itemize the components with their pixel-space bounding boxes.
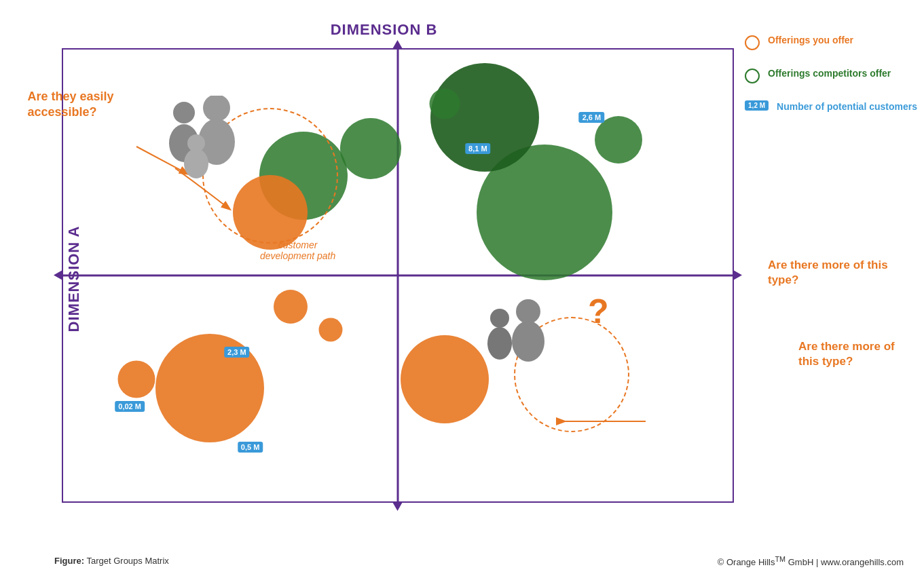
svg-point-9 <box>512 321 544 362</box>
question-mark: ? <box>588 292 609 331</box>
bubble-orange-bl-small <box>117 361 155 398</box>
svg-point-8 <box>516 299 540 324</box>
accessible-label: Are they easily accessible? <box>28 89 136 121</box>
legend-container: Offerings you offer Offerings competitor… <box>745 34 917 131</box>
badge-23m: 2,3 M <box>224 347 250 358</box>
bubble-green-tl-med <box>340 118 401 179</box>
main-container: DIMENSION B DIMENSION A <box>0 0 924 574</box>
footer-copyright: © Orange HillsTM GmbH | www.orangehills.… <box>718 555 904 567</box>
svg-point-6 <box>490 309 509 328</box>
bubble-green-tr-small <box>595 116 642 164</box>
badge-002m: 0,02 M <box>115 401 145 412</box>
legend-text-number: Number of potential customers <box>777 100 917 114</box>
arrow-left <box>54 270 63 281</box>
badge-81m: 8,1 M <box>465 143 491 154</box>
persons-br <box>474 292 562 367</box>
footer-figure: Figure: Target Groups Matrix <box>54 556 169 566</box>
chart-wrapper: DIMENSION B DIMENSION A <box>28 21 741 537</box>
legend-circle-orange <box>745 35 760 50</box>
matrix-box: 8,1 M 2,6 M 2,3 M 0,02 M <box>62 48 734 503</box>
legend-text-competitors: Offerings competitors offer <box>768 67 891 81</box>
dimension-b-label: DIMENSION B <box>331 21 438 39</box>
legend-item-customers: 1,2 M Number of potential customers <box>745 100 917 114</box>
axis-horizontal <box>63 274 733 276</box>
svg-point-5 <box>184 149 208 178</box>
legend-circle-green <box>745 69 760 83</box>
more-type-text: Are there more of this type? <box>761 258 904 288</box>
bubble-orange-bl-xsmall <box>318 318 342 341</box>
badge-05m: 0,5 M <box>238 442 263 453</box>
arrow-right <box>733 270 742 281</box>
legend: Are there more of this type? Offerings y… <box>754 27 910 551</box>
legend-item-competitors: Offerings competitors offer <box>745 67 917 83</box>
customer-dev-path-label: customer development path <box>251 240 346 261</box>
legend-badge: 1,2 M <box>745 100 769 111</box>
footer: Figure: Target Groups Matrix © Orange Hi… <box>14 551 910 567</box>
bubble-green-tr-xsmall <box>429 88 460 119</box>
badge-26m: 2,6 M <box>579 112 605 123</box>
legend-text-offerings-you: Offerings you offer <box>768 34 853 47</box>
persons-tl <box>155 96 264 184</box>
content-row: DIMENSION B DIMENSION A <box>14 7 910 551</box>
svg-point-2 <box>203 96 230 121</box>
svg-point-7 <box>487 327 512 360</box>
svg-point-0 <box>173 102 195 123</box>
arrow-down <box>392 501 403 511</box>
arrow-up <box>392 40 403 50</box>
bubble-orange-bl-med-top <box>274 290 308 324</box>
dimension-a-label: DIMENSION A <box>65 225 83 332</box>
more-type-overlay: Are there more of this type? <box>798 339 914 369</box>
chart-area: DIMENSION B DIMENSION A <box>14 7 754 551</box>
legend-item-offerings-you: Offerings you offer <box>745 34 917 50</box>
